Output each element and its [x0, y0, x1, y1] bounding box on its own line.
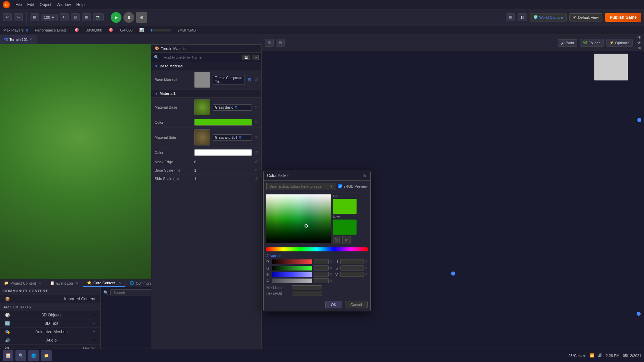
a-value-input[interactable]: 1.0	[314, 278, 329, 283]
tab-terrain101[interactable]: 🗺 Terrain 101 ✕	[0, 35, 37, 44]
material1-section[interactable]: ▼ Material1	[151, 90, 261, 98]
material-side-reset[interactable]: ↺	[255, 135, 258, 140]
s-reset[interactable]: ↺	[365, 266, 368, 270]
material-tab-active[interactable]: 🎨 Terrain Material	[151, 45, 190, 52]
far-right-filter-btn[interactable]: ⊟	[276, 39, 285, 47]
add-audio-button[interactable]: +	[93, 338, 95, 343]
menu-edit[interactable]: Edit	[27, 2, 34, 7]
b-value-input[interactable]: 0.0	[314, 272, 329, 277]
srgb-toggle[interactable]: sRGB Preview	[338, 184, 368, 188]
hue-slider[interactable]	[266, 247, 368, 251]
view-mode-button[interactable]: ◧	[518, 13, 527, 21]
foliage-tab[interactable]: 🌿 Foliage	[580, 39, 604, 47]
h-value-input[interactable]: 112.052994	[340, 259, 364, 264]
vis-eye-2[interactable]: 👁	[637, 41, 641, 45]
material1-color-reset[interactable]: ↺	[255, 120, 258, 125]
playtest-settings-button[interactable]: ⚙	[136, 12, 147, 23]
color-gradient-area[interactable]	[266, 194, 331, 243]
add-3dtext-button[interactable]: +	[93, 321, 95, 326]
material-side-color-swatch[interactable]	[194, 149, 252, 156]
base-scale-reset[interactable]: ↺	[255, 168, 258, 173]
a-slider-track[interactable]	[272, 279, 312, 283]
hex-srgb-input[interactable]: 4DC600FF	[292, 291, 322, 296]
taskbar-edge[interactable]: 🌐	[28, 350, 39, 361]
far-right-grid-btn[interactable]: ⊞	[265, 39, 274, 47]
snap-button[interactable]: ⊞	[82, 13, 91, 21]
hex-linear-input[interactable]: 128F00FF	[292, 285, 322, 290]
vis-eye-3[interactable]: 👁	[637, 46, 641, 51]
material-side-value-container[interactable]: Grass and Soil ⚙	[213, 134, 252, 141]
base-material-section[interactable]: ▼ Base Material	[151, 62, 261, 70]
camera-button[interactable]: 📷	[93, 13, 104, 21]
material-search-input[interactable]	[161, 54, 240, 61]
tab-event-log[interactable]: 📋 Event Log ✕	[46, 279, 83, 287]
world-capture-button[interactable]: 🌍 World Capture	[530, 13, 567, 21]
color-picker-cancel-button[interactable]: Cancel	[345, 301, 368, 308]
paint-tab[interactable]: 🖌 Paint	[558, 39, 577, 47]
eyedropper-button[interactable]: ⬛	[333, 236, 341, 244]
tab-core-content[interactable]: ⭐ Core Content ✕	[83, 279, 125, 287]
taskbar-search[interactable]: 🔍	[15, 350, 26, 361]
sidebar-item-3dtext[interactable]: 🔤 3D Text +	[0, 319, 100, 328]
base-material-edit-btn[interactable]: ⚙	[248, 77, 252, 82]
play-button[interactable]: ▶	[111, 12, 121, 23]
tab-project-close[interactable]: ✕	[39, 281, 42, 285]
tab-project-content[interactable]: 📁 Project Content ✕	[0, 279, 46, 287]
material-side-preview[interactable]	[194, 129, 210, 145]
undo-button[interactable]: ↩	[3, 13, 12, 21]
material-base-value-container[interactable]: Grass Basic ⚙	[213, 104, 252, 111]
material-options-button[interactable]: ⋯	[252, 55, 259, 60]
base-material-reset-btn[interactable]: ↺	[255, 77, 258, 82]
vis-eye-1[interactable]: 👁	[637, 35, 641, 40]
sidebar-item-3dobjects[interactable]: 🎲 3D Objects +	[0, 311, 100, 319]
sidebar-item-imported[interactable]: 📦 Imported Content	[0, 295, 100, 303]
taskbar-start[interactable]: 🪟	[3, 350, 13, 361]
r-value-input[interactable]: 0.074172	[314, 259, 329, 264]
pause-button[interactable]: ⏸	[123, 12, 134, 23]
menu-file[interactable]: File	[15, 2, 22, 7]
b-slider-track[interactable]	[272, 272, 312, 277]
pick-color-button[interactable]: ✏	[342, 236, 351, 244]
material-base-reset[interactable]: ↺	[255, 105, 258, 110]
rotate-button[interactable]: ↻	[60, 13, 69, 21]
add-3dobjects-button[interactable]: +	[93, 313, 95, 317]
material1-color-swatch[interactable]	[194, 119, 252, 126]
grid-view-button[interactable]: ⊞	[506, 13, 515, 21]
redo-button[interactable]: ↪	[14, 13, 23, 21]
r-slider-track[interactable]	[272, 259, 312, 264]
h-reset[interactable]: ↺	[365, 260, 368, 263]
base-material-preview[interactable]	[194, 72, 210, 88]
add-animated-meshes-button[interactable]: +	[93, 329, 95, 334]
v-reset[interactable]: ↺	[365, 273, 368, 276]
s-value-input[interactable]: 1.0	[340, 265, 364, 270]
mask-edge-reset[interactable]: ↺	[255, 160, 258, 164]
material-side-prop: Material Side Grass and Soil ⚙ ↺	[151, 128, 261, 147]
zoom-dropdown[interactable]: 100 ▼	[41, 14, 58, 21]
default-view-button[interactable]: 👁 Default View	[569, 13, 602, 21]
g-value-input[interactable]: 0.56	[314, 265, 329, 270]
material-side-color-reset[interactable]: ↺	[255, 150, 258, 155]
menu-object[interactable]: Object	[40, 2, 51, 7]
terrain-tab-close[interactable]: ✕	[30, 38, 32, 41]
material-save-button[interactable]: 💾	[243, 55, 250, 60]
tab-event-close[interactable]: ✕	[76, 281, 78, 285]
menu-window[interactable]: Window	[57, 2, 71, 7]
color-picker-close[interactable]: ✕	[363, 173, 367, 178]
sidebar-item-animated-meshes[interactable]: 🎭 Animated Meshes +	[0, 328, 100, 336]
drag-drop-area[interactable]: Drag & drop colors here to save ▼	[266, 183, 336, 190]
g-slider-track[interactable]	[272, 266, 312, 270]
optimize-tab[interactable]: ⚡ Optimize	[606, 39, 633, 47]
base-material-value[interactable]: Terrain Composite Tri...	[213, 75, 245, 84]
transform-button[interactable]: ⊞	[30, 13, 39, 21]
material-base-preview[interactable]	[194, 99, 210, 115]
sidebar-item-audio[interactable]: 🔊 Audio +	[0, 336, 100, 345]
menu-help[interactable]: Help	[76, 2, 85, 7]
srgb-checkbox[interactable]	[338, 184, 342, 188]
side-scale-reset[interactable]: ↺	[255, 176, 258, 181]
taskbar-file-explorer[interactable]: 📁	[41, 350, 52, 361]
v-value-input[interactable]: 0.56	[340, 272, 364, 277]
tab-core-close[interactable]: ✕	[118, 281, 121, 285]
publish-game-button[interactable]: Publish Game	[605, 13, 641, 22]
view-button[interactable]: ⊟	[71, 13, 80, 21]
color-picker-ok-button[interactable]: OK	[325, 301, 342, 308]
